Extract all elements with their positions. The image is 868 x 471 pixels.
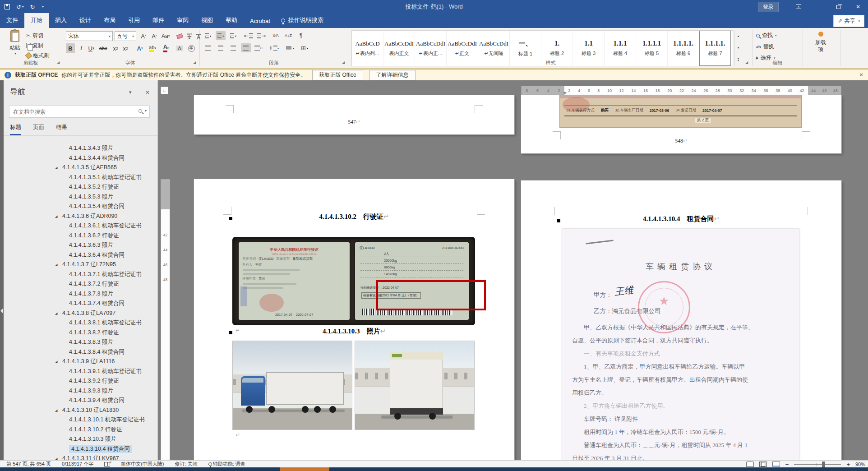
share-button[interactable]: ⇗ 共享 ▾ (833, 15, 864, 27)
nav-item[interactable]: 4.1.4.1.3.9.2 行驶证 (4, 376, 158, 386)
zoom-slider-thumb[interactable] (822, 462, 825, 467)
nav-item[interactable]: 4.1.4.1.3.5.3 照片 (4, 192, 158, 202)
sort-button[interactable]: A↓Z (283, 31, 293, 40)
nav-item[interactable]: ◢4.1.4.1.3.6 辽ADR090 (4, 212, 158, 222)
nav-item[interactable]: ◢4.1.4.1.3.10 辽LA1830 (4, 406, 158, 416)
superscript-button[interactable]: x2 (121, 43, 130, 53)
replace-button[interactable]: ab替换 (756, 43, 774, 51)
signin-button[interactable]: 登录 (758, 2, 779, 12)
tell-me-search[interactable]: 操作说明搜索 (277, 13, 328, 28)
nav-item[interactable]: 4.1.4.1.3.6.4 租赁合同 (4, 250, 158, 260)
nav-item[interactable]: 4.1.4.1.3.10.4 租赁合同 (4, 444, 158, 454)
paragraph-dialog-launcher-icon[interactable]: ◢ (342, 60, 346, 65)
registration-certificate-image[interactable]: 31.车辆获得方式购买32.车辆出厂日期2017-03-0634.发证日期201… (559, 95, 802, 128)
nav-item[interactable]: ◢4.1.4.1.3.5 辽AEB565 (4, 163, 158, 173)
nav-item[interactable]: ◢4.1.4.1.3.11 辽LKV967 (4, 454, 158, 460)
ribbon-tab-插入[interactable]: 插入 (49, 13, 73, 28)
grow-font-button[interactable]: Aˆ (139, 31, 148, 41)
nav-item[interactable]: 4.1.4.1.3.7.2 行驶证 (4, 279, 158, 289)
proofing-error-icon[interactable] (104, 462, 110, 466)
ribbon-tab-视图[interactable]: 视图 (195, 13, 219, 28)
nav-item[interactable]: 4.1.4.1.3.6.3 照片 (4, 240, 158, 250)
nav-item[interactable]: 4.1.4.1.3.7.3 照片 (4, 289, 158, 299)
copy-button[interactable]: 复制 (26, 42, 43, 50)
multilevel-list-button[interactable]: ▾ (228, 31, 238, 40)
expand-triangle-icon[interactable]: ◢ (55, 260, 57, 270)
ribbon-tab-文件[interactable]: 文件 (0, 13, 24, 28)
align-left-button[interactable] (203, 43, 213, 52)
ribbon-tab-布局[interactable]: 布局 (97, 13, 122, 28)
language-indicator[interactable]: 简体中文(中国大陆) (121, 461, 164, 467)
nav-item[interactable]: 4.1.4.1.3.8.4 租赁合同 (4, 347, 158, 357)
accessibility-status[interactable]: 辅助功能: 调查 (213, 461, 245, 467)
minimize-icon[interactable] (808, 0, 828, 14)
truck-photo-rear[interactable] (355, 341, 475, 430)
subscript-button[interactable]: x2 (111, 43, 120, 53)
expand-triangle-icon[interactable]: ◢ (55, 406, 57, 416)
nav-tab-页面[interactable]: 页面 (33, 124, 44, 135)
nav-item[interactable]: 4.1.4.1.3.9.1 机动车登记证书 (4, 367, 158, 377)
decrease-indent-button[interactable]: ⇤ (244, 31, 254, 40)
nav-item[interactable]: 4.1.4.1.3.5.2 行驶证 (4, 182, 158, 192)
first-line-indent-marker[interactable] (563, 92, 567, 95)
nav-item[interactable]: 4.1.4.1.3.8.1 机动车登记证书 (4, 318, 158, 328)
nav-item[interactable]: 4.1.4.1.3.6.2 行驶证 (4, 231, 158, 241)
ribbon-display-options-icon[interactable]: ˄ (789, 0, 808, 14)
collapse-arrow-icon[interactable] (0, 308, 3, 314)
character-shading-button[interactable]: A (175, 43, 184, 53)
borders-button[interactable]: ⊞▾ (300, 43, 309, 52)
page-indicator[interactable]: 第 547 页, 共 654 页 (6, 461, 51, 467)
expand-triangle-icon[interactable]: ◢ (55, 454, 57, 460)
nav-item[interactable]: 4.1.4.1.3.7.4 租赁合同 (4, 299, 158, 309)
clipboard-dialog-launcher-icon[interactable]: ◢ (57, 60, 61, 65)
search-input[interactable] (13, 106, 126, 117)
truck-photo-side[interactable] (232, 341, 352, 430)
page-547[interactable]: 547↵ (194, 95, 514, 134)
ribbon-tab-帮助[interactable]: 帮助 (219, 13, 244, 28)
web-layout-icon[interactable] (772, 462, 780, 467)
shading-button[interactable]: ▾ (285, 43, 295, 52)
font-name-combo[interactable]: 宋体▾ (66, 31, 113, 41)
learn-more-button[interactable]: 了解详细信息 (369, 70, 416, 80)
expand-triangle-icon[interactable]: ◢ (55, 163, 57, 173)
asian-layout-button[interactable]: X⁄A (271, 31, 281, 40)
get-genuine-office-button[interactable]: 获取正版 Office (312, 70, 363, 80)
format-painter-button[interactable]: 格式刷 (26, 51, 49, 60)
nav-tab-结果[interactable]: 结果 (56, 124, 67, 135)
align-right-button[interactable] (228, 43, 238, 52)
expand-triangle-icon[interactable]: ◢ (55, 357, 57, 367)
ribbon-tab-审阅[interactable]: 审阅 (171, 13, 195, 28)
page-549[interactable]: 4.1.4.1.3.10.2 行驶证↵ 中华人民共和国机动车行驶证 Vehicl… (194, 179, 514, 460)
ribbon-tab-引用[interactable]: 引用 (122, 13, 146, 28)
nav-item[interactable]: 4.1.4.1.3.4.3 照片 (4, 143, 158, 153)
nav-item[interactable]: 4.1.4.1.3.5.1 机动车登记证书 (4, 173, 158, 183)
justify-button[interactable] (241, 43, 251, 52)
line-spacing-button[interactable]: ⇕▾ (269, 43, 279, 52)
align-center-button[interactable] (216, 43, 226, 52)
page-548[interactable]: 31.车辆获得方式购买32.车辆出厂日期2017-03-0634.发证日期201… (521, 95, 841, 153)
enclose-characters-button[interactable]: 字 (187, 43, 196, 53)
search-icon[interactable] (139, 109, 142, 113)
nav-item[interactable]: 4.1.4.1.3.4.4 租赁合同 (4, 153, 158, 163)
ribbon-tab-开始[interactable]: 开始 (24, 13, 49, 28)
zoom-slider[interactable] (794, 464, 841, 465)
expand-triangle-icon[interactable]: ◢ (55, 212, 57, 222)
restore-icon[interactable] (828, 0, 848, 14)
nav-item[interactable]: 4.1.4.1.3.10.3 照片 (4, 434, 158, 444)
bold-button[interactable]: B (66, 43, 75, 53)
numbered-list-button[interactable]: ▾ (216, 31, 226, 40)
nav-item[interactable]: 4.1.4.1.3.9.3 照片 (4, 386, 158, 396)
nav-tab-标题[interactable]: 标题 (10, 124, 21, 135)
nav-item[interactable]: ◢4.1.4.1.3.9 辽LA1116 (4, 357, 158, 367)
phonetic-guide-button[interactable]: wén文 (185, 31, 194, 41)
show-marks-button[interactable]: ¶ (296, 31, 306, 40)
increase-indent-button[interactable]: ⇥ (256, 31, 266, 40)
nav-item[interactable]: 4.1.4.1.3.8.3 照片 (4, 337, 158, 347)
word-count[interactable]: 0/113917 个字 (62, 461, 93, 467)
track-changes-indicator[interactable]: 修订: 关闭 (175, 461, 198, 467)
distribute-button[interactable]: ⇿ (254, 43, 263, 52)
nav-item[interactable]: ◢4.1.4.1.3.8 辽LA7097 (4, 309, 158, 319)
read-mode-icon[interactable] (746, 462, 754, 467)
find-button[interactable]: 查找▾ (756, 32, 777, 39)
warning-close-icon[interactable]: ✕ (859, 72, 863, 78)
